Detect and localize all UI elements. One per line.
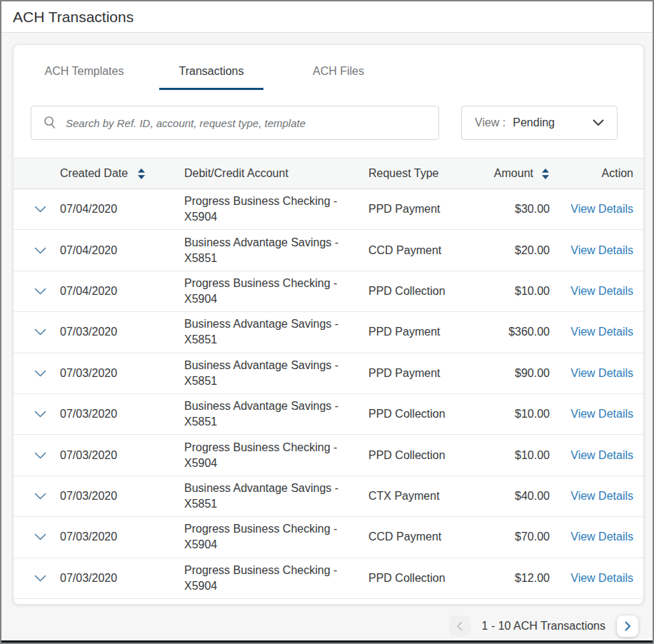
cell-account: Business Advantage Savings - X5851 xyxy=(184,398,368,430)
cell-account: Business Advantage Savings - X5851 xyxy=(184,481,368,512)
cell-account: Progress Business Checking - X5904 xyxy=(184,276,368,307)
cell-request-type: PPD Collection xyxy=(368,285,458,298)
cell-request-type: PPD Payment xyxy=(368,326,458,338)
table-row: 07/03/2020Business Advantage Savings - X… xyxy=(14,394,643,435)
view-details-link[interactable]: View Details xyxy=(570,530,633,543)
expand-row-chevron-icon[interactable] xyxy=(34,452,46,459)
column-header-created-date[interactable]: Created Date xyxy=(60,167,128,180)
cell-created-date: 07/03/2020 xyxy=(60,367,184,380)
column-header-request-type[interactable]: Request Type xyxy=(368,167,438,180)
search-icon xyxy=(43,116,57,130)
cell-created-date: 07/03/2020 xyxy=(60,490,184,503)
pagination: 1 - 10 ACH Transactions xyxy=(1,607,653,644)
cell-created-date: 07/03/2020 xyxy=(60,326,184,338)
view-details-link[interactable]: View Details xyxy=(570,326,633,338)
column-header-account[interactable]: Debit/Credit Account xyxy=(184,167,288,180)
cell-account: Business Advantage Savings - X5851 xyxy=(184,316,368,348)
cell-amount: $10.00 xyxy=(458,408,550,421)
cell-created-date: 07/03/2020 xyxy=(60,530,184,543)
search-input[interactable] xyxy=(66,117,427,129)
view-details-link[interactable]: View Details xyxy=(570,572,633,584)
table-row: 07/03/2020Business Advantage Savings - X… xyxy=(14,476,643,517)
table-body: 07/04/2020Progress Business Checking - X… xyxy=(14,189,643,599)
filter-row: View : Pending xyxy=(31,106,618,140)
cell-account: Progress Business Checking - X5904 xyxy=(184,521,368,553)
expand-row-chevron-icon[interactable] xyxy=(34,411,46,418)
page-header: ACH Transactions xyxy=(1,1,653,33)
table-row: 07/04/2020Progress Business Checking - X… xyxy=(14,271,643,312)
table-row: 07/04/2020Business Advantage Savings - X… xyxy=(14,230,643,271)
expand-row-chevron-icon[interactable] xyxy=(34,533,46,540)
expand-row-chevron-icon[interactable] xyxy=(34,328,46,336)
tab-ach-templates[interactable]: ACH Templates xyxy=(32,65,136,90)
tab-ach-files[interactable]: ACH Files xyxy=(286,65,391,90)
expand-row-chevron-icon[interactable] xyxy=(34,247,46,254)
bottom-bar xyxy=(0,640,654,644)
cell-created-date: 07/04/2020 xyxy=(60,203,184,216)
cell-request-type: PPD Collection xyxy=(368,408,458,421)
table-row: 07/03/2020Progress Business Checking - X… xyxy=(14,558,643,599)
view-details-link[interactable]: View Details xyxy=(570,285,633,297)
cell-request-type: PPD Collection xyxy=(368,449,458,462)
chevron-right-icon xyxy=(625,621,631,631)
cell-account: Progress Business Checking - X5904 xyxy=(184,563,368,594)
cell-account: Business Advantage Savings - X5851 xyxy=(184,358,368,389)
cell-amount: $30.00 xyxy=(458,203,550,216)
sort-icon[interactable] xyxy=(137,168,146,179)
view-dropdown-value: Pending xyxy=(513,116,593,129)
expand-row-chevron-icon[interactable] xyxy=(34,206,46,213)
view-details-link[interactable]: View Details xyxy=(570,449,633,461)
cell-amount: $20.00 xyxy=(458,244,550,257)
cell-created-date: 07/04/2020 xyxy=(60,244,184,257)
ach-transactions-window: ACH Transactions ACH TemplatesTransactio… xyxy=(0,0,654,644)
pagination-summary: 1 - 10 ACH Transactions xyxy=(482,620,605,633)
view-details-link[interactable]: View Details xyxy=(570,367,633,379)
cell-created-date: 07/03/2020 xyxy=(60,408,184,421)
cell-request-type: CTX Payment xyxy=(368,490,458,503)
chevron-left-icon xyxy=(456,621,463,631)
cell-request-type: CCD Payment xyxy=(368,244,458,257)
expand-row-chevron-icon[interactable] xyxy=(34,575,46,582)
view-dropdown-label: View : xyxy=(475,116,505,129)
expand-row-chevron-icon[interactable] xyxy=(34,288,46,295)
page-title: ACH Transactions xyxy=(13,9,134,26)
cell-created-date: 07/04/2020 xyxy=(60,285,184,298)
sort-icon[interactable] xyxy=(541,168,550,179)
column-header-amount[interactable]: Amount xyxy=(494,167,533,180)
cell-amount: $40.00 xyxy=(458,490,550,503)
cell-account: Business Advantage Savings - X5851 xyxy=(184,235,368,266)
cell-amount: $70.00 xyxy=(458,530,550,543)
cell-amount: $360.00 xyxy=(458,326,550,338)
table-row: 07/03/2020Business Advantage Savings - X… xyxy=(14,312,643,353)
expand-row-chevron-icon[interactable] xyxy=(34,370,46,377)
cell-request-type: PPD Payment xyxy=(368,367,458,380)
previous-page-button[interactable] xyxy=(449,615,471,637)
cell-created-date: 07/03/2020 xyxy=(60,449,184,462)
view-dropdown[interactable]: View : Pending xyxy=(461,106,618,140)
cell-request-type: PPD Collection xyxy=(368,572,458,585)
cell-amount: $12.00 xyxy=(458,572,550,585)
view-details-link[interactable]: View Details xyxy=(570,244,633,256)
column-header-action: Action xyxy=(602,167,633,180)
table-row: 07/03/2020Business Advantage Savings - X… xyxy=(14,353,643,394)
ach-card: ACH TemplatesTransactionsACH Files View … xyxy=(13,44,644,605)
cell-amount: $10.00 xyxy=(458,285,550,298)
cell-created-date: 07/03/2020 xyxy=(60,572,184,585)
table-row: 07/04/2020Progress Business Checking - X… xyxy=(14,189,643,230)
view-details-link[interactable]: View Details xyxy=(570,203,633,215)
view-details-link[interactable]: View Details xyxy=(570,490,633,502)
expand-row-chevron-icon[interactable] xyxy=(34,493,46,500)
chevron-down-icon xyxy=(593,119,604,126)
table-row: 07/03/2020Progress Business Checking - X… xyxy=(14,517,643,558)
view-details-link[interactable]: View Details xyxy=(570,408,633,420)
next-page-button[interactable] xyxy=(617,615,638,637)
tab-transactions[interactable]: Transactions xyxy=(159,65,263,90)
search-box[interactable] xyxy=(31,106,439,140)
table-header: Created Date Debit/Credit Account Reques… xyxy=(14,158,643,189)
cell-account: Progress Business Checking - X5904 xyxy=(184,193,368,225)
cell-request-type: PPD Payment xyxy=(368,203,458,216)
cell-account: Progress Business Checking - X5904 xyxy=(184,440,368,471)
cell-amount: $90.00 xyxy=(458,367,550,380)
cell-amount: $10.00 xyxy=(458,449,550,462)
tab-bar: ACH TemplatesTransactionsACH Files xyxy=(14,45,643,90)
